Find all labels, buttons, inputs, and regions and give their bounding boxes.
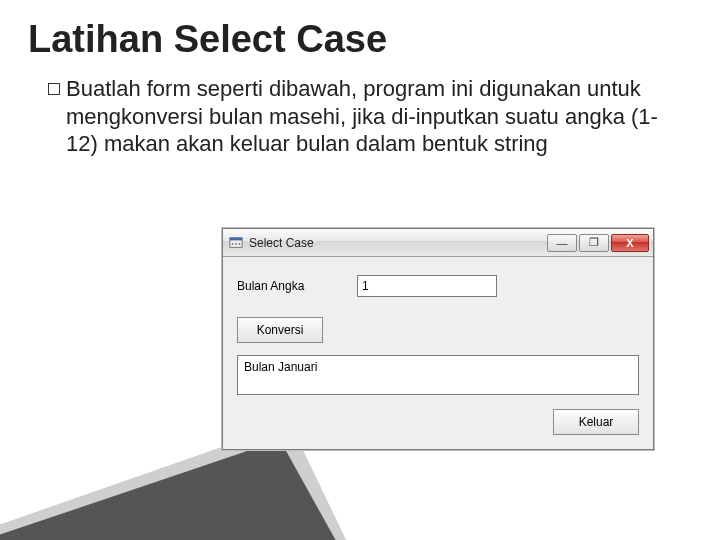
bullet-rest: form seperti dibawah, program ini diguna… bbox=[66, 76, 658, 156]
close-icon: X bbox=[626, 237, 633, 249]
page-title: Latihan Select Case bbox=[28, 18, 720, 61]
slide-body-text: Buatlah form seperti dibawah, program in… bbox=[48, 75, 680, 158]
label-bulan-angka: Bulan Angka bbox=[237, 279, 357, 293]
minimize-icon: — bbox=[557, 237, 568, 249]
output-box: Bulan Januari bbox=[237, 355, 639, 395]
keluar-button[interactable]: Keluar bbox=[553, 409, 639, 435]
bulan-angka-input[interactable] bbox=[357, 275, 497, 297]
titlebar[interactable]: Select Case — ❐ X bbox=[223, 229, 653, 257]
minimize-button[interactable]: — bbox=[547, 234, 577, 252]
svg-point-5 bbox=[235, 243, 237, 245]
window-client-area: Bulan Angka Konversi Bulan Januari Kelua… bbox=[223, 257, 653, 449]
app-icon bbox=[229, 236, 243, 250]
window-title: Select Case bbox=[249, 236, 547, 250]
konversi-button[interactable]: Konversi bbox=[237, 317, 323, 343]
svg-point-6 bbox=[239, 243, 241, 245]
maximize-icon: ❐ bbox=[589, 236, 599, 249]
svg-rect-3 bbox=[230, 237, 242, 240]
close-button[interactable]: X bbox=[611, 234, 649, 252]
svg-point-4 bbox=[232, 243, 234, 245]
bullet-icon bbox=[48, 83, 60, 95]
maximize-button[interactable]: ❐ bbox=[579, 234, 609, 252]
select-case-window: Select Case — ❐ X Bulan Angka Konversi B… bbox=[222, 228, 654, 450]
bullet-lead: Buatlah bbox=[66, 76, 141, 101]
